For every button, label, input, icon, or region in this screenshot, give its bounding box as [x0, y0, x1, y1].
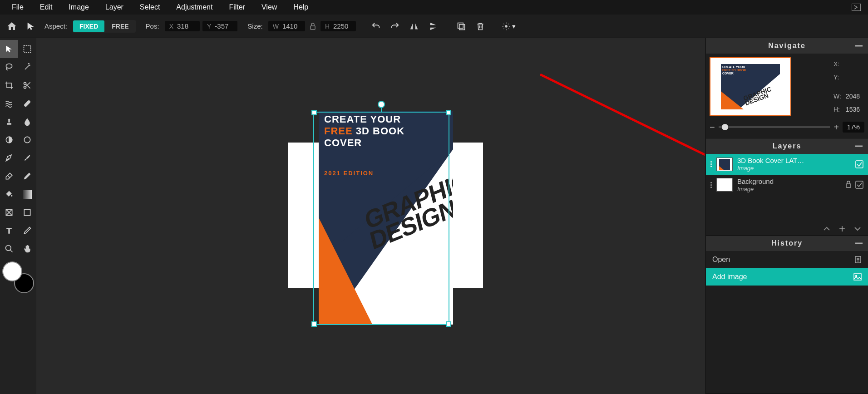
canvas[interactable]: CREATE YOUR FREE 3D BOOK COVER 2021 EDIT… [36, 38, 705, 394]
drag-handle-icon[interactable] [710, 161, 712, 167]
duplicate-icon[interactable] [453, 18, 469, 34]
scissors-tool-icon[interactable] [18, 76, 36, 94]
resize-handle-tl[interactable] [311, 110, 317, 115]
size-w-field[interactable]: W1410 [268, 21, 305, 31]
resize-handle-bl[interactable] [311, 321, 317, 327]
layer-controls: + [706, 222, 868, 235]
aspect-free-button[interactable]: FREE [105, 20, 135, 32]
minimize-icon[interactable] [855, 45, 863, 47]
svg-rect-5 [24, 46, 31, 53]
eraser-tool-icon[interactable] [0, 167, 18, 185]
zoom-slider[interactable] [719, 126, 830, 128]
visibility-checkbox[interactable] [855, 181, 863, 189]
menu-bar: File Edit Image Layer Select Adjustment … [0, 0, 868, 15]
frame-tool-icon[interactable] [18, 203, 36, 222]
visibility-checkbox[interactable] [855, 160, 863, 168]
layer-up-icon[interactable] [823, 226, 831, 231]
settings-icon[interactable]: ▾ [500, 18, 517, 34]
hand-tool-icon[interactable] [18, 240, 36, 258]
history-item-1[interactable]: Add image [706, 268, 868, 286]
text-tool-icon[interactable] [0, 222, 18, 240]
eyedropper-tool-icon[interactable] [18, 222, 36, 240]
gradient-tool-icon[interactable] [18, 185, 36, 203]
svg-rect-14 [24, 209, 30, 215]
svg-point-6 [6, 64, 12, 69]
pencil-tool-icon[interactable] [18, 167, 36, 185]
layer-image-cover[interactable]: CREATE YOUR FREE 3D BOOK COVER 2021 EDIT… [319, 111, 453, 325]
svg-rect-12 [23, 190, 32, 199]
marquee-tool-icon[interactable] [18, 40, 36, 58]
rotate-handle[interactable] [378, 101, 385, 108]
fill-tool-icon[interactable] [0, 185, 18, 203]
foreground-color[interactable] [2, 261, 22, 281]
history-header: History [706, 236, 868, 251]
layer-down-icon[interactable] [853, 226, 862, 231]
heal-tool-icon[interactable] [18, 94, 36, 113]
pen-tool-icon[interactable] [0, 149, 18, 167]
history-item-0[interactable]: Open [706, 251, 868, 268]
layer-thumb [716, 178, 733, 192]
options-bar: Aspect: FIXED FREE Pos: X318 Y-357 Size:… [0, 15, 868, 38]
lasso-tool-icon[interactable] [0, 58, 18, 76]
brush-tool-icon[interactable] [18, 149, 36, 167]
navigate-panel: Navigate CREATE YOURFREE 3D BOOKCOVER GR… [706, 38, 868, 138]
pos-label: Pos: [146, 22, 159, 30]
zoom-tool-icon[interactable] [0, 240, 18, 258]
layer-add-icon[interactable]: + [839, 226, 845, 231]
layer-item-1[interactable]: BackgroundImage [706, 175, 868, 196]
lock-icon[interactable] [308, 23, 318, 30]
history-panel: History Open Add image [706, 236, 868, 394]
cursor-tool-icon[interactable] [23, 18, 39, 34]
menu-file[interactable]: File [4, 0, 32, 14]
liquify-tool-icon[interactable] [0, 94, 18, 113]
flip-horizontal-icon[interactable] [406, 18, 422, 34]
home-icon[interactable] [4, 18, 20, 34]
move-tool-icon[interactable] [0, 40, 18, 58]
aspect-label: Aspect: [44, 22, 67, 30]
pos-y-field[interactable]: Y-357 [202, 21, 237, 31]
menu-layer[interactable]: Layer [97, 0, 132, 14]
clone-tool-icon[interactable] [0, 113, 18, 131]
blur-tool-icon[interactable] [18, 113, 36, 131]
navigate-info: X: Y: W:2048 H:1536 [833, 57, 864, 116]
undo-icon[interactable] [368, 18, 384, 34]
sponge-tool-icon[interactable] [18, 131, 36, 149]
delete-icon[interactable] [472, 18, 488, 34]
dodge-tool-icon[interactable] [0, 131, 18, 149]
menu-help[interactable]: Help [285, 0, 316, 14]
menu-view[interactable]: View [253, 0, 285, 14]
svg-point-15 [6, 246, 11, 251]
drag-handle-icon[interactable] [710, 182, 712, 188]
svg-rect-24 [854, 274, 861, 280]
crop-tool-icon[interactable] [0, 76, 18, 94]
menu-edit[interactable]: Edit [32, 0, 61, 14]
wand-tool-icon[interactable] [18, 58, 36, 76]
lock-icon[interactable] [845, 181, 852, 189]
redo-icon[interactable] [387, 18, 403, 34]
flip-vertical-icon[interactable] [425, 18, 441, 34]
minimize-icon[interactable] [855, 243, 863, 244]
menu-select[interactable]: Select [132, 0, 168, 14]
layers-panel: Layers 3D Book Cover LAT…Image Backgroun… [706, 138, 868, 236]
size-label: Size: [247, 22, 262, 30]
shape-tool-icon[interactable] [0, 203, 18, 222]
size-h-field[interactable]: H2250 [321, 21, 356, 31]
navigate-thumbnail[interactable]: CREATE YOURFREE 3D BOOKCOVER GRAPHICDESI… [710, 57, 791, 116]
zoom-out-icon[interactable]: − [710, 122, 715, 133]
color-swatch[interactable] [2, 261, 34, 293]
svg-rect-3 [459, 24, 465, 30]
menu-filter[interactable]: Filter [221, 0, 253, 14]
layer-item-0[interactable]: 3D Book Cover LAT…Image [706, 154, 868, 175]
toolbar [0, 38, 36, 394]
navigate-header: Navigate [706, 38, 868, 54]
aspect-fixed-button[interactable]: FIXED [73, 20, 104, 32]
minimize-icon[interactable] [855, 146, 863, 147]
svg-rect-9 [24, 100, 31, 107]
menu-adjustment[interactable]: Adjustment [168, 0, 221, 14]
svg-point-4 [505, 25, 508, 28]
zoom-in-icon[interactable]: + [833, 122, 839, 133]
pos-x-field[interactable]: X318 [165, 21, 200, 31]
menu-image[interactable]: Image [60, 0, 97, 14]
zoom-value[interactable]: 17% [843, 122, 864, 133]
collapse-panel-icon[interactable] [848, 2, 864, 13]
